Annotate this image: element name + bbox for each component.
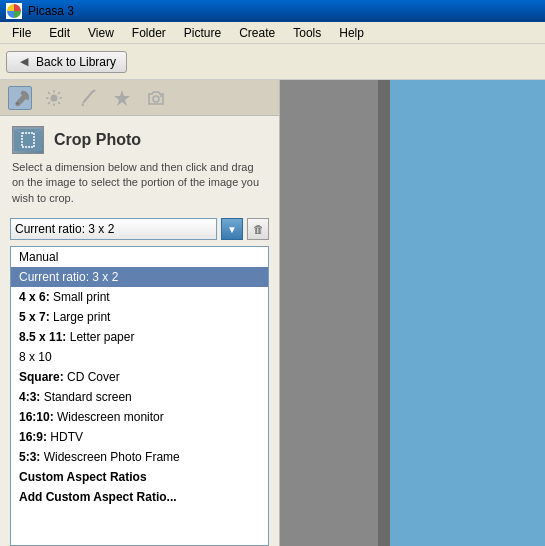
back-arrow-icon: ◀	[17, 55, 31, 69]
option-add-custom[interactable]: Add Custom Aspect Ratio...	[11, 487, 268, 507]
app-icon	[6, 3, 22, 19]
main-area: Crop Photo Select a dimension below and …	[0, 80, 545, 546]
option-16-10[interactable]: 16:10: Widescreen monitor	[11, 407, 268, 427]
menu-create[interactable]: Create	[231, 24, 283, 42]
option-5-3[interactable]: 5:3: Widescreen Photo Frame	[11, 447, 268, 467]
photo-blue-area	[390, 80, 545, 546]
photo-dark-strip	[378, 80, 390, 546]
svg-point-14	[153, 96, 159, 102]
option-8x10[interactable]: 8 x 10	[11, 347, 268, 367]
wrench-tool-button[interactable]	[8, 86, 32, 110]
title-bar: Picasa 3	[0, 0, 545, 22]
svg-line-12	[93, 90, 95, 92]
option-4-3[interactable]: 4:3: Standard screen	[11, 387, 268, 407]
option-current-ratio[interactable]: Current ratio: 3 x 2	[11, 267, 268, 287]
back-to-library-label: Back to Library	[36, 55, 116, 69]
svg-line-9	[58, 92, 60, 94]
menu-edit[interactable]: Edit	[41, 24, 78, 42]
dropdown-chevron-icon: ▼	[227, 224, 237, 235]
menu-file[interactable]: File	[4, 24, 39, 42]
svg-line-7	[48, 92, 50, 94]
brush-tool-button[interactable]	[76, 86, 100, 110]
menu-tools[interactable]: Tools	[285, 24, 329, 42]
back-to-library-button[interactable]: ◀ Back to Library	[6, 51, 127, 73]
svg-line-8	[58, 102, 60, 104]
svg-line-10	[48, 102, 50, 104]
option-custom-ratios[interactable]: Custom Aspect Ratios	[11, 467, 268, 487]
menu-folder[interactable]: Folder	[124, 24, 174, 42]
ratio-select-display[interactable]: Current ratio: 3 x 2	[10, 218, 217, 240]
menu-picture[interactable]: Picture	[176, 24, 229, 42]
delete-icon: 🗑	[253, 223, 264, 235]
svg-point-2	[51, 94, 58, 101]
camera-tool-button[interactable]	[144, 86, 168, 110]
menu-view[interactable]: View	[80, 24, 122, 42]
svg-line-11	[83, 91, 93, 103]
option-square[interactable]: Square: CD Cover	[11, 367, 268, 387]
option-8-5x11[interactable]: 8.5 x 11: Letter paper	[11, 327, 268, 347]
option-4x6[interactable]: 4 x 6: Small print	[11, 287, 268, 307]
svg-marker-13	[114, 90, 130, 106]
menu-bar: File Edit View Folder Picture Create Too…	[0, 22, 545, 44]
menu-help[interactable]: Help	[331, 24, 372, 42]
option-5x7[interactable]: 5 x 7: Large print	[11, 307, 268, 327]
dropdown-list[interactable]: Manual Current ratio: 3 x 2 4 x 6: Small…	[10, 246, 269, 546]
svg-point-1	[17, 102, 19, 104]
toolbar: ◀ Back to Library	[0, 44, 545, 80]
dropdown-row: Current ratio: 3 x 2 ▼ 🗑	[0, 218, 279, 246]
app-title: Picasa 3	[28, 4, 74, 18]
crop-title: Crop Photo	[54, 131, 141, 149]
left-panel: Crop Photo Select a dimension below and …	[0, 80, 280, 546]
effects-tool-button[interactable]	[110, 86, 134, 110]
dropdown-arrow-button[interactable]: ▼	[221, 218, 243, 240]
svg-point-15	[160, 95, 162, 97]
delete-button[interactable]: 🗑	[247, 218, 269, 240]
edit-toolbar	[0, 80, 279, 116]
option-16-9[interactable]: 16:9: HDTV	[11, 427, 268, 447]
option-manual[interactable]: Manual	[11, 247, 268, 267]
sun-tool-button[interactable]	[42, 86, 66, 110]
crop-thumbnail	[12, 126, 44, 154]
crop-header: Crop Photo	[0, 116, 279, 160]
crop-description: Select a dimension below and then click …	[0, 160, 279, 218]
photo-area	[280, 80, 545, 546]
